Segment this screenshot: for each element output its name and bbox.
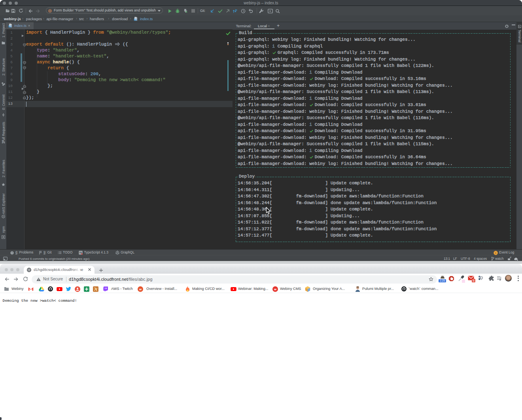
- svg-text:w: w: [274, 288, 277, 291]
- svg-text:w: w: [139, 288, 142, 291]
- svg-text:TS: TS: [134, 19, 136, 21]
- svg-text:6: 6: [495, 251, 496, 254]
- svg-text:TS: TS: [9, 25, 11, 27]
